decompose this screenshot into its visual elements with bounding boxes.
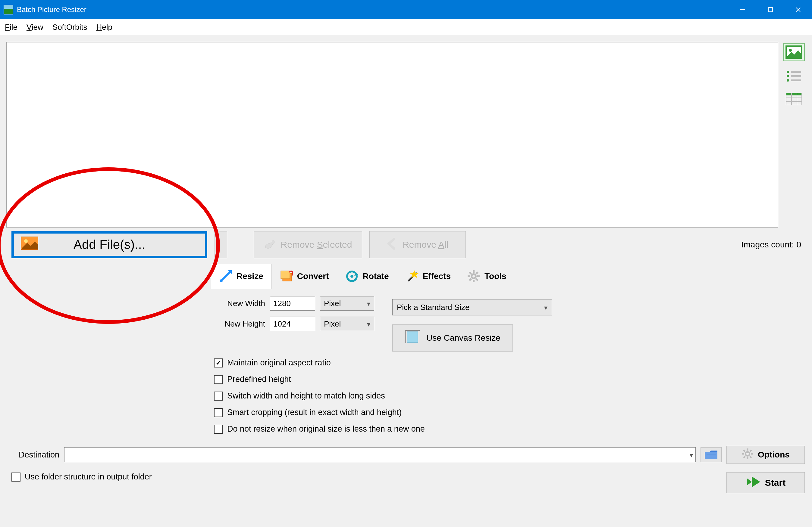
titlebar: Batch Picture Resizer xyxy=(0,0,812,19)
checkbox-icon xyxy=(214,375,223,384)
svg-point-6 xyxy=(787,71,789,73)
size-extras-column: Pick a Standard Size Use Canvas Resize xyxy=(392,296,552,351)
svg-line-38 xyxy=(476,272,478,274)
chk-maintain-aspect[interactable]: ✔ Maintain original aspect ratio xyxy=(214,358,806,367)
menu-softorbits[interactable]: SoftOrbits xyxy=(53,22,87,32)
chevron-down-icon xyxy=(544,303,548,312)
add-folder-button-edge[interactable] xyxy=(215,231,227,258)
start-button[interactable]: Start xyxy=(726,472,805,493)
chk-no-upscale[interactable]: Do not resize when original size is less… xyxy=(214,424,806,434)
picture-icon xyxy=(20,236,39,253)
file-toolbar: Add File(s)... Remove Selected Remove Al… xyxy=(0,227,812,258)
chk-smart-label: Smart cropping (result in exact width an… xyxy=(227,408,402,417)
image-canvas[interactable] xyxy=(6,42,778,227)
view-mode-icons xyxy=(783,42,806,227)
standard-size-select[interactable]: Pick a Standard Size xyxy=(392,299,552,315)
destination-label: Destination xyxy=(19,450,59,460)
svg-rect-1 xyxy=(768,7,772,12)
chevron-down-icon xyxy=(367,299,370,308)
close-button[interactable] xyxy=(784,0,812,19)
tabs: Resize Convert Rotate Effects Tools xyxy=(0,258,812,289)
svg-rect-41 xyxy=(407,332,418,343)
brush-icon xyxy=(264,238,276,252)
view-grid-button[interactable] xyxy=(783,90,805,108)
folder-icon xyxy=(704,449,718,460)
minimize-button[interactable] xyxy=(729,0,757,19)
menu-view[interactable]: View xyxy=(27,22,43,32)
svg-rect-7 xyxy=(791,71,801,73)
tab-tools-label: Tools xyxy=(484,271,507,281)
svg-point-8 xyxy=(787,75,789,77)
width-label: New Width xyxy=(214,299,265,308)
rotate-icon xyxy=(345,270,359,283)
resize-form: New Width Pixel New Height Pixel Pick a … xyxy=(0,289,812,351)
dimensions-column: New Width Pixel New Height Pixel xyxy=(214,296,374,351)
svg-line-36 xyxy=(469,272,471,274)
checkbox-icon xyxy=(12,472,20,482)
chk-predefined-height[interactable]: Predefined height xyxy=(214,375,806,384)
menu-help[interactable]: Help xyxy=(96,22,112,32)
svg-point-28 xyxy=(350,275,353,278)
svg-marker-59 xyxy=(752,477,760,487)
chk-noresize-label: Do not resize when original size is less… xyxy=(227,424,425,434)
gear-icon xyxy=(741,448,754,462)
remove-selected-label: Remove Selected xyxy=(281,240,352,250)
workspace xyxy=(0,36,812,227)
tab-rotate[interactable]: Rotate xyxy=(337,264,397,289)
menubar: File View SoftOrbits Help xyxy=(0,19,812,36)
svg-point-19 xyxy=(24,239,28,243)
minimize-icon xyxy=(740,6,746,13)
remove-selected-button[interactable]: Remove Selected xyxy=(254,231,362,258)
tab-resize[interactable]: Resize xyxy=(211,264,272,289)
chevron-down-icon xyxy=(367,319,370,329)
resize-icon xyxy=(219,270,232,283)
remove-all-button[interactable]: Remove All xyxy=(369,231,466,258)
height-input[interactable] xyxy=(270,317,315,331)
bottom-row: Use folder structure in output folder St… xyxy=(0,464,812,493)
grid-icon xyxy=(785,92,802,106)
height-unit-select[interactable]: Pixel xyxy=(320,317,374,331)
browse-button[interactable] xyxy=(700,447,722,462)
resize-options: ✔ Maintain original aspect ratio Predefi… xyxy=(0,351,812,434)
use-canvas-resize-button[interactable]: Use Canvas Resize xyxy=(392,325,513,351)
svg-line-39 xyxy=(469,279,471,281)
tab-convert[interactable]: Convert xyxy=(272,264,337,289)
chk-aspect-label: Maintain original aspect ratio xyxy=(227,358,331,367)
view-thumbnails-button[interactable] xyxy=(783,43,805,61)
checkbox-icon xyxy=(214,425,223,434)
canvas-resize-label: Use Canvas Resize xyxy=(426,333,501,343)
chk-folder-structure[interactable]: Use folder structure in output folder xyxy=(12,472,152,482)
svg-rect-11 xyxy=(791,79,801,81)
chk-switch-wh[interactable]: Switch width and height to match long si… xyxy=(214,391,806,401)
menu-file[interactable]: File xyxy=(5,22,17,32)
view-list-button[interactable] xyxy=(783,66,805,85)
add-files-button[interactable]: Add File(s)... xyxy=(12,231,207,258)
options-button[interactable]: Options xyxy=(726,446,805,464)
destination-combo[interactable] xyxy=(64,447,696,462)
svg-line-53 xyxy=(744,450,745,451)
destination-row: Destination Options xyxy=(0,434,812,464)
canvas-icon xyxy=(405,330,420,346)
width-unit-select[interactable]: Pixel xyxy=(320,296,374,311)
tab-convert-label: Convert xyxy=(297,271,329,281)
chk-switch-label: Switch width and height to match long si… xyxy=(227,391,385,401)
chk-smart-cropping[interactable]: Smart cropping (result in exact width an… xyxy=(214,408,806,417)
window-title: Batch Picture Resizer xyxy=(17,5,729,14)
back-arrow-icon xyxy=(387,238,398,252)
tab-tools[interactable]: Tools xyxy=(459,264,514,289)
add-files-label: Add File(s)... xyxy=(73,238,145,252)
svg-rect-12 xyxy=(786,93,802,95)
tab-effects-label: Effects xyxy=(423,271,451,281)
close-icon xyxy=(795,6,801,13)
maximize-button[interactable] xyxy=(757,0,784,19)
svg-marker-25 xyxy=(292,274,293,276)
checkbox-icon xyxy=(214,408,223,417)
width-row: New Width Pixel xyxy=(214,296,374,311)
images-count-label: Images count: 0 xyxy=(741,240,806,250)
window-controls xyxy=(729,0,812,19)
chk-predef-label: Predefined height xyxy=(227,375,291,384)
width-input[interactable] xyxy=(270,296,315,311)
start-label: Start xyxy=(765,478,785,488)
checkbox-icon: ✔ xyxy=(214,359,223,367)
tab-effects[interactable]: Effects xyxy=(397,264,459,289)
